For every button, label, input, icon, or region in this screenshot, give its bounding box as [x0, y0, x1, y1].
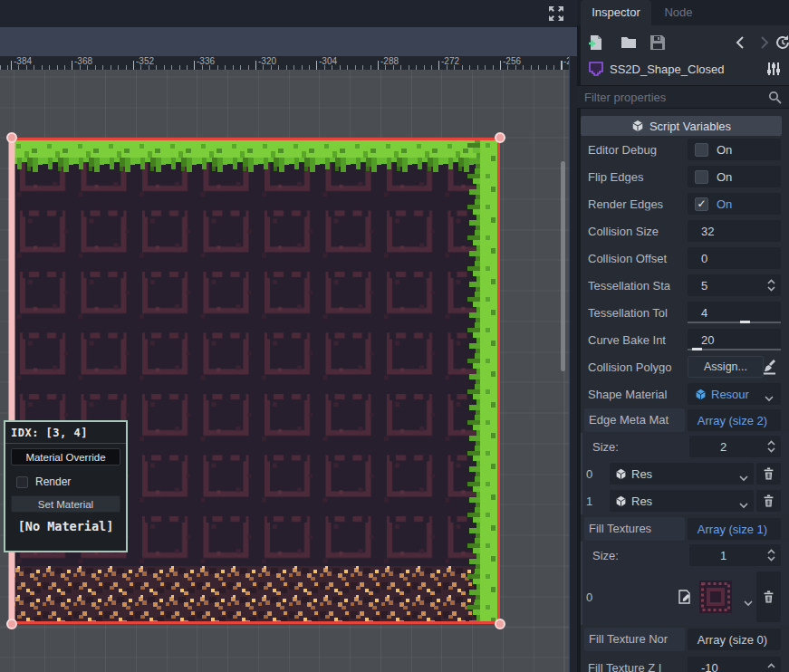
- search-icon: [768, 91, 782, 104]
- new-resource-icon[interactable]: [588, 34, 604, 51]
- chevron-down-icon[interactable]: [765, 391, 774, 398]
- property-label: Collision Size: [588, 225, 686, 238]
- material-override-button[interactable]: Material Override: [11, 448, 120, 466]
- viewport-toolbar-band: [0, 27, 577, 56]
- inspector-tools-icon[interactable]: [765, 61, 782, 77]
- edge-meta-array-button[interactable]: Array (size 2): [688, 409, 781, 431]
- resource-text: Res: [631, 494, 652, 508]
- edited-resource-row[interactable]: SS2D_Shape_Closed: [581, 58, 789, 83]
- resource-dropdown[interactable]: Res: [610, 490, 754, 512]
- spinner-updown-icon[interactable]: [766, 439, 776, 454]
- spinner-updown-icon[interactable]: [766, 278, 776, 293]
- slider-track: [688, 322, 781, 323]
- ruler-label: -320: [258, 56, 276, 66]
- delete-item-icon[interactable]: [756, 490, 781, 512]
- item-index: 1: [586, 494, 592, 508]
- texture-item-row: 0: [582, 569, 789, 625]
- property-tessellation-tolerance: Tessellation Tol 4: [581, 299, 789, 326]
- filter-properties-box[interactable]: [577, 85, 789, 109]
- tessellation-stages-input[interactable]: 5: [688, 274, 781, 296]
- 2d-viewport[interactable]: -384 -368 -352 -336 -320 -304 -288 -272 …: [0, 0, 577, 672]
- texture-preview-thumbnail[interactable]: [698, 580, 733, 614]
- property-collision-size: Collision Size 32: [581, 217, 789, 245]
- ss2d-shape[interactable]: [0, 70, 577, 672]
- handle-bottom-left[interactable]: [7, 619, 16, 629]
- render-checkbox-label: Render: [35, 475, 71, 488]
- viewport-scrollbar[interactable]: [561, 161, 565, 371]
- property-label: Tessellation Tol: [588, 306, 686, 320]
- curve-bake-slider[interactable]: 20: [688, 329, 781, 350]
- ruler-label: -384: [14, 56, 32, 66]
- chevron-down-icon[interactable]: [739, 498, 748, 504]
- resource-text: Res: [631, 467, 652, 481]
- edge-meta-array-editor: Size: 2 0 Res: [581, 433, 789, 514]
- fill-z-index-input[interactable]: -10: [688, 657, 781, 672]
- property-label: Collision Polygo: [588, 360, 686, 374]
- expand-viewport-icon[interactable]: [548, 5, 564, 22]
- viewport-right-strip: [569, 56, 577, 672]
- size-label: Size:: [592, 440, 690, 454]
- load-folder-icon[interactable]: [621, 34, 637, 51]
- collision-size-input[interactable]: 32: [688, 220, 781, 242]
- object-history-icon[interactable]: [775, 34, 789, 51]
- save-icon[interactable]: [649, 34, 666, 51]
- slider-handle[interactable]: [740, 321, 750, 323]
- shape-grass-top: [12, 138, 500, 174]
- ruler-label: -272: [441, 56, 459, 66]
- ruler-label: -304: [319, 56, 337, 66]
- edit-resource-icon[interactable]: [678, 590, 692, 604]
- history-forward-icon[interactable]: [755, 34, 772, 51]
- property-collision-offset: Collision Offset 0: [581, 245, 789, 272]
- handle-bottom-right[interactable]: [496, 619, 505, 629]
- render-checkbox[interactable]: [16, 476, 28, 488]
- tab-node[interactable]: Node: [653, 0, 704, 25]
- collision-offset-input[interactable]: 0: [688, 247, 781, 269]
- ruler-label: -352: [136, 56, 154, 66]
- fill-normals-array-button[interactable]: Array (size 0): [688, 629, 781, 650]
- property-label: Fill Texture Nor: [584, 628, 685, 651]
- property-label: Render Edges: [588, 197, 686, 211]
- spinner-updown-icon[interactable]: [766, 548, 776, 562]
- delete-item-icon[interactable]: [756, 463, 781, 485]
- flip-edges-checkbox[interactable]: [695, 170, 708, 184]
- property-editor-debug: Editor Debug On: [581, 136, 789, 163]
- property-label: Fill Texture Z I: [588, 661, 686, 672]
- no-material-label: [No Material]: [5, 519, 126, 533]
- checkbox-text: On: [717, 170, 732, 184]
- handle-top-left[interactable]: [7, 133, 16, 142]
- property-label: Curve Bake Int: [588, 333, 686, 347]
- slider-handle[interactable]: [692, 348, 702, 350]
- handle-top-right[interactable]: [496, 133, 505, 142]
- ruler-label: -368: [74, 56, 92, 66]
- property-tessellation-stages: Tessellation Sta 5: [581, 272, 789, 299]
- script-variables-icon: [631, 120, 644, 132]
- item-index: 0: [586, 590, 592, 604]
- filter-properties-input[interactable]: [584, 88, 765, 106]
- array-size-row: Size: 1: [582, 542, 789, 569]
- history-back-icon[interactable]: [733, 34, 749, 51]
- viewport-top-bar: [0, 0, 577, 27]
- chevron-down-icon[interactable]: [739, 471, 748, 477]
- horizontal-ruler: -384 -368 -352 -336 -320 -304 -288 -272 …: [0, 56, 569, 70]
- assign-node-button[interactable]: Assign...: [688, 356, 764, 378]
- set-material-button[interactable]: Set Material: [11, 495, 120, 513]
- array-size-input[interactable]: 1: [689, 544, 781, 566]
- render-edges-checkbox[interactable]: ✓: [695, 197, 708, 211]
- property-label: Tessellation Sta: [588, 279, 686, 293]
- resource-dropdown[interactable]: Res: [610, 463, 754, 485]
- tessellation-tolerance-slider[interactable]: 4: [688, 302, 781, 323]
- resource-cube-icon: [615, 468, 627, 480]
- spinner-up-icon[interactable]: [766, 660, 776, 672]
- tab-inspector[interactable]: Inspector: [581, 0, 651, 25]
- clear-node-icon[interactable]: [763, 358, 781, 376]
- delete-item-icon[interactable]: [756, 571, 781, 622]
- array-size-input[interactable]: 2: [689, 436, 781, 457]
- property-label: Flip Edges: [588, 170, 686, 184]
- editor-debug-checkbox[interactable]: [695, 143, 708, 157]
- chevron-down-icon[interactable]: [744, 594, 753, 600]
- property-curve-bake-interval: Curve Bake Int 20: [581, 326, 789, 353]
- property-label: Collision Offset: [588, 252, 686, 265]
- category-script-variables[interactable]: Script Variables: [581, 116, 782, 136]
- fill-textures-array-button[interactable]: Array (size 1): [688, 518, 781, 540]
- shape-material-resource[interactable]: Resour: [688, 383, 781, 405]
